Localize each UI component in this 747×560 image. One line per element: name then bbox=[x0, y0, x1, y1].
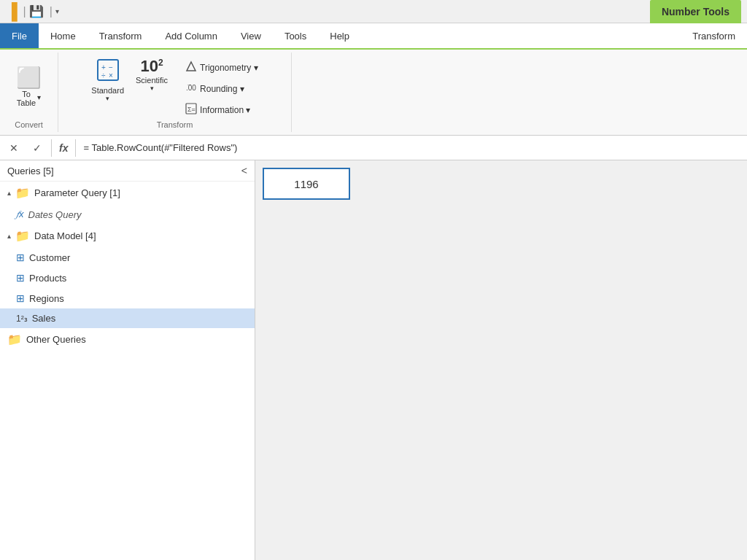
trigonometry-icon bbox=[185, 61, 197, 74]
sidebar-header: Queries [5] < bbox=[0, 160, 255, 182]
customer-label: Customer bbox=[29, 252, 70, 263]
tab-add-column[interactable]: Add Column bbox=[153, 23, 229, 48]
data-model-triangle-icon: ▴ bbox=[7, 232, 11, 240]
rounding-label: Rounding ▾ bbox=[200, 84, 244, 94]
save-icon[interactable]: 💾 bbox=[29, 4, 44, 18]
data-model-folder-icon: 📁 bbox=[15, 229, 30, 243]
svg-text:+: + bbox=[101, 63, 106, 71]
sidebar-item-products[interactable]: ⊞ Products bbox=[0, 268, 255, 288]
information-label: Information ▾ bbox=[200, 105, 250, 115]
standard-button[interactable]: + − ÷ × Standard ▾ bbox=[87, 55, 128, 105]
queries-label: Queries [5] bbox=[7, 166, 54, 176]
svg-marker-5 bbox=[187, 62, 196, 71]
ribbon-tabs: File Home Transform Add Column View Tool… bbox=[0, 23, 747, 50]
formula-separator bbox=[51, 139, 52, 157]
scientific-arrow-icon: ▾ bbox=[150, 85, 154, 92]
formula-input[interactable] bbox=[80, 141, 743, 155]
sidebar-item-parameter-query[interactable]: ▴ 📁 Parameter Query [1] bbox=[0, 182, 255, 204]
other-queries-label: Other Queries bbox=[26, 334, 86, 345]
data-area: 1196 bbox=[255, 160, 747, 560]
svg-text:×: × bbox=[109, 71, 113, 79]
sidebar-item-sales[interactable]: 1²₃ Sales bbox=[0, 308, 255, 328]
fx-query-icon: 𝑓x bbox=[16, 209, 24, 220]
formula-separator2 bbox=[75, 139, 76, 157]
standard-icon: + − ÷ × bbox=[96, 58, 120, 85]
dates-query-label: Dates Query bbox=[28, 209, 82, 220]
tab-transform-context[interactable]: Transform bbox=[681, 23, 747, 50]
ribbon-group-transform: + − ÷ × Standard ▾ 102 Scientific ▾ bbox=[58, 52, 292, 132]
sales-label: Sales bbox=[32, 313, 56, 324]
separator2: | bbox=[50, 5, 53, 18]
transform-group-label: Transform bbox=[157, 120, 193, 129]
convert-group-content: ⬜ ToTable ▾ bbox=[12, 55, 46, 119]
data-model-label: Data Model [4] bbox=[34, 230, 96, 241]
data-cell-value: 1196 bbox=[263, 168, 350, 200]
to-table-arrow-icon: ▾ bbox=[37, 93, 41, 101]
ribbon-group-convert: ⬜ ToTable ▾ Convert bbox=[0, 52, 58, 132]
number-tools-context-tab: Number Tools bbox=[650, 0, 741, 23]
scientific-label: Scientific bbox=[136, 76, 168, 85]
regions-table-icon: ⊞ bbox=[16, 292, 25, 304]
quick-access-arrow[interactable]: ▾ bbox=[55, 7, 59, 15]
formula-bar-area: ✕ ✓ fx bbox=[0, 136, 747, 160]
sales-num-icon: 1²₃ bbox=[16, 314, 28, 324]
products-label: Products bbox=[29, 273, 66, 284]
regions-label: Regions bbox=[29, 293, 64, 304]
tab-tools[interactable]: Tools bbox=[273, 23, 318, 48]
parameter-query-label: Parameter Query [1] bbox=[34, 187, 120, 198]
ribbon-body: ⬜ ToTable ▾ Convert + − ÷ bbox=[0, 50, 747, 136]
sidebar-item-data-model[interactable]: ▴ 📁 Data Model [4] bbox=[0, 225, 255, 247]
sidebar-collapse-button[interactable]: < bbox=[241, 165, 247, 176]
information-button[interactable]: Σ= Information ▾ bbox=[181, 101, 263, 119]
fx-label: fx bbox=[56, 142, 71, 154]
rounding-icon: .00 → bbox=[185, 82, 197, 96]
standard-arrow-icon: ▾ bbox=[106, 95, 109, 102]
other-queries-folder-icon: 📁 bbox=[7, 332, 22, 346]
scientific-button[interactable]: 102 Scientific ▾ bbox=[131, 55, 172, 95]
to-table-button[interactable]: ⬜ ToTable ▾ bbox=[12, 65, 46, 110]
tab-view[interactable]: View bbox=[229, 23, 273, 48]
confirm-button[interactable]: ✓ bbox=[28, 139, 47, 158]
main-content: Queries [5] < ▴ 📁 Parameter Query [1] 𝑓x… bbox=[0, 160, 747, 560]
sidebar: Queries [5] < ▴ 📁 Parameter Query [1] 𝑓x… bbox=[0, 160, 255, 560]
rounding-button[interactable]: .00 → Rounding ▾ bbox=[181, 79, 263, 98]
folder-icon: 📁 bbox=[15, 186, 30, 200]
sidebar-item-regions[interactable]: ⊞ Regions bbox=[0, 288, 255, 308]
tab-help[interactable]: Help bbox=[318, 23, 361, 48]
trigonometry-button[interactable]: Trigonometry ▾ bbox=[181, 58, 263, 77]
customer-table-icon: ⊞ bbox=[16, 252, 25, 263]
svg-text:÷: ÷ bbox=[101, 71, 106, 79]
triangle-icon: ▴ bbox=[7, 189, 11, 197]
to-table-label: ToTable bbox=[17, 90, 36, 107]
trigonometry-label: Trigonometry ▾ bbox=[200, 63, 258, 73]
svg-text:Σ=: Σ= bbox=[187, 106, 196, 113]
sidebar-item-customer[interactable]: ⊞ Customer bbox=[0, 247, 255, 268]
sidebar-item-dates-query[interactable]: 𝑓x Dates Query bbox=[0, 204, 255, 225]
scientific-icon: 102 bbox=[140, 58, 163, 74]
tab-file[interactable]: File bbox=[0, 23, 39, 48]
products-table-icon: ⊞ bbox=[16, 272, 25, 284]
convert-group-label: Convert bbox=[15, 120, 43, 129]
app-logo-icon: ▐ bbox=[6, 2, 18, 21]
standard-scientific-pair: + − ÷ × Standard ▾ 102 Scientific ▾ bbox=[87, 55, 172, 105]
svg-text:−: − bbox=[109, 63, 113, 71]
tab-home[interactable]: Home bbox=[39, 23, 88, 48]
information-icon: Σ= bbox=[185, 103, 197, 117]
transform-group-content: + − ÷ × Standard ▾ 102 Scientific ▾ bbox=[87, 55, 262, 119]
separator: | bbox=[23, 5, 26, 18]
svg-text:→: → bbox=[186, 82, 192, 88]
sidebar-item-other-queries[interactable]: 📁 Other Queries bbox=[0, 328, 255, 351]
standard-label: Standard bbox=[91, 86, 124, 95]
title-bar: ▐ | 💾 | ▾ Number Tools bbox=[0, 0, 747, 23]
right-ribbon-buttons: Trigonometry ▾ .00 → Rounding ▾ bbox=[181, 55, 263, 119]
tab-transform[interactable]: Transform bbox=[88, 23, 154, 48]
to-table-icon: ⬜ bbox=[16, 68, 42, 88]
cancel-button[interactable]: ✕ bbox=[4, 139, 23, 158]
